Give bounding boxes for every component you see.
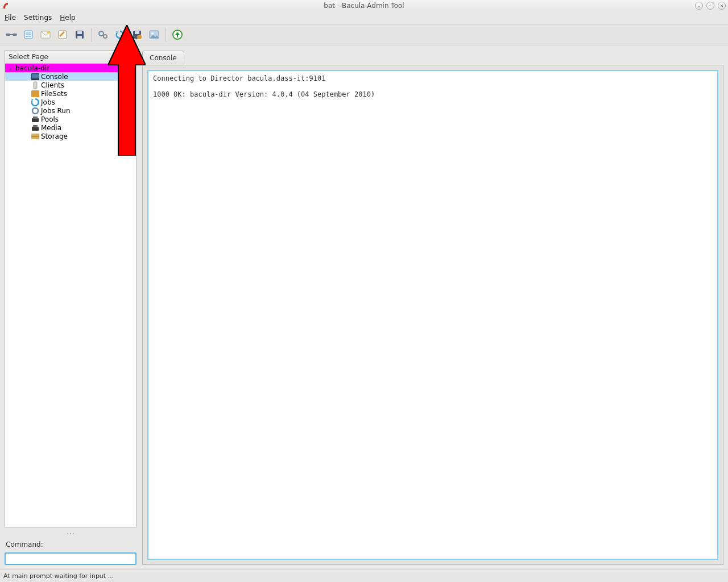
expand-collapse-icon[interactable]: ⌄ bbox=[7, 65, 14, 71]
image-button[interactable] bbox=[146, 27, 162, 43]
save-button[interactable] bbox=[72, 27, 88, 43]
svg-point-13 bbox=[99, 31, 104, 36]
status-bar: At main prompt waiting for input ... bbox=[0, 569, 728, 582]
media-icon bbox=[31, 124, 39, 132]
status-text: At main prompt waiting for input ... bbox=[3, 572, 114, 580]
menu-help[interactable]: Help bbox=[60, 14, 75, 22]
svg-point-14 bbox=[104, 35, 107, 38]
tree-item-media[interactable]: Media bbox=[5, 123, 136, 132]
right-panel: Console Connecting to Director bacula.da… bbox=[142, 50, 723, 565]
svg-rect-0 bbox=[6, 34, 10, 36]
storage-icon bbox=[31, 132, 39, 140]
tab-console[interactable]: Console bbox=[142, 51, 184, 65]
menu-file[interactable]: File bbox=[5, 14, 16, 22]
panel-undock-handle[interactable]: ◇ bbox=[129, 49, 137, 56]
tree-item-label: Storage bbox=[41, 132, 68, 140]
svg-rect-28 bbox=[32, 127, 39, 131]
svg-rect-26 bbox=[32, 118, 39, 122]
tree-item-jobs-run[interactable]: Jobs Run bbox=[5, 106, 136, 115]
svg-point-8 bbox=[47, 31, 49, 34]
tree-item-label: Console bbox=[41, 73, 68, 81]
svg-rect-11 bbox=[77, 31, 82, 34]
close-button[interactable]: × bbox=[718, 2, 726, 10]
tree-item-label: Clients bbox=[41, 81, 64, 89]
splitter-handle[interactable] bbox=[5, 531, 136, 537]
menu-settings[interactable]: Settings bbox=[24, 14, 52, 22]
svg-rect-24 bbox=[31, 90, 39, 97]
tree-header: Select Page bbox=[5, 51, 136, 64]
tab-bar: Console bbox=[142, 50, 723, 65]
svg-point-17 bbox=[137, 35, 142, 39]
menubar: File Settings Help bbox=[0, 11, 728, 24]
tree-root-label: bacula-dir bbox=[15, 64, 49, 72]
clients-icon bbox=[31, 81, 39, 89]
up-button[interactable] bbox=[169, 27, 185, 43]
toolbar-separator bbox=[166, 28, 166, 41]
console-icon bbox=[31, 73, 39, 81]
tree-item-label: FileSets bbox=[41, 90, 67, 98]
connect-button[interactable] bbox=[3, 27, 19, 43]
command-input[interactable] bbox=[5, 552, 136, 565]
svg-point-19 bbox=[151, 32, 154, 35]
tree-item-label: Jobs bbox=[41, 98, 55, 106]
left-panel: ◇ Select Page ⌄ bacula-dir Console Clien… bbox=[5, 50, 136, 565]
svg-rect-31 bbox=[31, 136, 39, 137]
page-tree-panel: ◇ Select Page ⌄ bacula-dir Console Clien… bbox=[5, 50, 136, 527]
toolbar bbox=[0, 24, 728, 45]
tree-item-label: Media bbox=[41, 124, 61, 132]
tree-item-label: Pools bbox=[41, 115, 59, 123]
svg-point-25 bbox=[32, 108, 38, 114]
svg-rect-2 bbox=[10, 34, 13, 35]
svg-rect-29 bbox=[33, 125, 38, 127]
tree-item-jobs[interactable]: Jobs bbox=[5, 98, 136, 106]
tree-item-console[interactable]: Console bbox=[5, 72, 136, 81]
mail-button[interactable] bbox=[38, 27, 53, 43]
console-output[interactable]: Connecting to Director bacula.dass-it:91… bbox=[147, 70, 718, 560]
tree-root-node[interactable]: ⌄ bacula-dir bbox=[5, 64, 136, 72]
tab-content: Connecting to Director bacula.dass-it:91… bbox=[142, 65, 723, 565]
app-icon bbox=[2, 2, 10, 10]
command-label: Command: bbox=[5, 540, 136, 549]
tree-item-pools[interactable]: Pools bbox=[5, 115, 136, 123]
maximize-button[interactable]: ◦ bbox=[706, 2, 714, 10]
titlebar: bat - Bacula Admin Tool ⌄ ◦ × bbox=[0, 0, 728, 11]
toolbar-separator bbox=[91, 28, 92, 41]
svg-rect-27 bbox=[33, 117, 38, 119]
new-page-button[interactable] bbox=[20, 27, 36, 43]
tree-item-clients[interactable]: Clients bbox=[5, 81, 136, 89]
main-area: ◇ Select Page ⌄ bacula-dir Console Clien… bbox=[0, 45, 728, 569]
settings-gears-button[interactable] bbox=[95, 27, 111, 43]
svg-rect-22 bbox=[32, 74, 39, 78]
tree-item-label: Jobs Run bbox=[41, 107, 71, 115]
jobs-run-icon bbox=[31, 107, 39, 115]
page-tree[interactable]: ⌄ bacula-dir Console Clients FileSets bbox=[5, 64, 136, 527]
filesets-icon bbox=[31, 90, 39, 98]
tree-item-filesets[interactable]: FileSets bbox=[5, 89, 136, 98]
refresh-button[interactable] bbox=[112, 27, 128, 43]
svg-rect-12 bbox=[77, 36, 82, 39]
minimize-button[interactable]: ⌄ bbox=[695, 2, 703, 10]
svg-rect-1 bbox=[13, 34, 17, 36]
pools-icon bbox=[31, 115, 39, 123]
svg-rect-16 bbox=[135, 31, 139, 34]
jobs-icon bbox=[31, 98, 39, 106]
svg-rect-23 bbox=[34, 82, 37, 89]
tree-item-storage[interactable]: Storage bbox=[5, 132, 136, 140]
edit-button[interactable] bbox=[55, 27, 71, 43]
save-job-button[interactable] bbox=[129, 27, 145, 43]
window-title: bat - Bacula Admin Tool bbox=[324, 2, 404, 10]
